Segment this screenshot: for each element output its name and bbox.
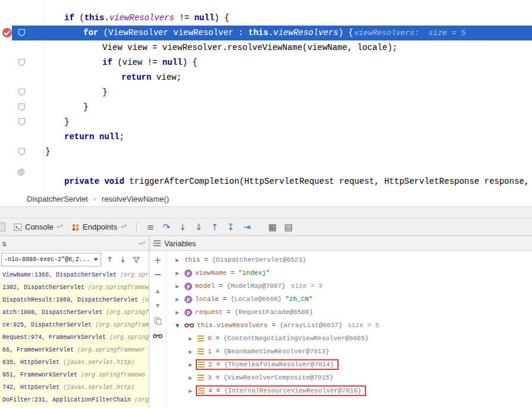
variable-content: pviewName = "indexj" <box>184 269 270 277</box>
step-into-icon[interactable]: ↓ <box>174 219 190 235</box>
tab-console-label: Console <box>25 222 54 231</box>
debug-toolbar: Console →* Endpoints →* ≡↷↓⇓↑↧⇥▦▤ <box>0 218 532 236</box>
stack-frame-row[interactable]: 635, HttpServlet (javax.servlet.http) <box>0 356 149 369</box>
endpoints-icon <box>71 223 80 231</box>
layout-settings-icon[interactable]: ▤ <box>280 219 296 235</box>
stack-frame-row[interactable]: Request:974, FrameworkServlet (org.sprin… <box>0 331 149 344</box>
breakpoint-hit-icon[interactable] <box>2 28 12 37</box>
stack-frames-list: ViewName:1366, DispatcherServlet (org.sp… <box>0 269 149 408</box>
stack-frame-row[interactable]: DispatchResult:1069, DispatcherServlet (… <box>0 294 149 306</box>
breadcrumb-class[interactable]: DispatcherServlet <box>27 194 88 203</box>
variable-row[interactable]: ▶plocale = {Locale@6660}"zh_CN" <box>167 293 532 306</box>
step-over-icon[interactable]: ↷ <box>158 219 174 235</box>
stack-frame-row[interactable]: 66, FrameworkServlet (org.springframewor <box>0 344 149 356</box>
array-element-icon <box>198 335 204 341</box>
stack-frame-row[interactable]: ce:925, DispatcherServlet (org.springfra… <box>0 319 149 331</box>
array-element-icon <box>198 388 205 394</box>
variable-content: 1 = {BeanNameViewResolver@7013} <box>198 348 330 355</box>
expand-arrow-icon[interactable]: ▶ <box>176 297 184 302</box>
code-line <box>0 159 532 174</box>
array-element-row[interactable]: ▶3 = {ViewResolverComposite@7015} <box>167 371 532 384</box>
tab-endpoints-label: Endpoints <box>83 222 117 231</box>
remove-watch-icon[interactable]: − <box>149 269 166 280</box>
expand-arrow-icon[interactable]: ▶ <box>176 310 184 315</box>
stack-frame-row[interactable]: ViewName:1366, DispatcherServlet (org.sp… <box>0 269 149 281</box>
expand-arrow-icon[interactable]: ▶ <box>189 375 198 381</box>
tab-endpoints-suffix: →* <box>119 224 127 230</box>
bookmark-flag-icon[interactable] <box>18 58 26 69</box>
array-element-row[interactable]: ▶2 = {ThymeleafViewResolver@7014} <box>167 358 532 371</box>
expand-arrow-icon[interactable]: ▶ <box>176 271 184 276</box>
console-icon <box>14 223 22 231</box>
editor-toolwindow-splitter[interactable] <box>0 207 532 218</box>
array-element-row[interactable]: ▶0 = {ContentNegotiatingViewResolver@666… <box>167 332 532 345</box>
watch-row[interactable]: ▼this.viewResolvers = {ArrayList@6637}si… <box>167 319 532 332</box>
view-as-table-icon[interactable]: ▦ <box>264 219 280 235</box>
step-out-icon[interactable]: ↑ <box>206 219 223 235</box>
tab-console[interactable]: Console →* <box>10 218 67 236</box>
code-line: private void triggerAfterCompletion(Http… <box>0 174 532 189</box>
variables-tree: ▶this = {DispatcherServlet@6523}▶pviewNa… <box>167 251 532 408</box>
collapse-arrow-icon[interactable]: ▼ <box>176 323 184 328</box>
stack-frame-row[interactable]: 851, FrameworkServlet (org.springframewo <box>0 369 149 381</box>
bookmark-flag-icon[interactable] <box>18 147 26 158</box>
drop-frame-icon[interactable]: ↧ <box>223 219 239 235</box>
force-step-into-icon[interactable]: ⇓ <box>190 219 206 235</box>
bookmark-flag-icon[interactable] <box>18 118 26 128</box>
code-line: } <box>0 85 532 100</box>
bookmark-flag-icon[interactable] <box>18 88 26 99</box>
stack-frame-row[interactable]: 1302, DispatcherServlet (org.springframe… <box>0 281 149 294</box>
expand-arrow-icon[interactable]: ▶ <box>176 258 184 263</box>
thread-selector[interactable]: -nio-8080-exec-2"@6,2... <box>1 253 101 266</box>
add-watch-icon[interactable]: + <box>149 255 166 266</box>
frames-header-arrow-icon: →* <box>137 240 145 247</box>
expand-arrow-icon[interactable]: ▶ <box>189 349 198 354</box>
array-element-row[interactable]: ▶4 = {InternalResourceViewResolver@7016} <box>167 384 532 397</box>
variable-row[interactable]: ▶prequest = {RequestFacade@6580} <box>167 306 532 319</box>
previous-frame-icon[interactable]: ↑ <box>107 255 113 264</box>
array-element-icon <box>198 362 205 368</box>
copy-icon[interactable] <box>149 317 166 325</box>
hide-frames-icon[interactable] <box>133 256 140 263</box>
array-element-row[interactable]: ▶1 = {BeanNameViewResolver@7013} <box>167 345 532 358</box>
variable-row[interactable]: ▶pmodel = {ModelMap@7007}size = 3 <box>167 280 532 293</box>
next-frame-icon[interactable]: ↓ <box>120 255 126 264</box>
variables-panel: +−▲▼ ▶this = {DispatcherServlet@6523}▶pv… <box>149 251 532 408</box>
toolbar-separator <box>136 222 137 232</box>
show-watches-icon[interactable] <box>149 333 166 339</box>
debug-step-icons: ≡↷↓⇓↑↧⇥▦▤ <box>142 219 296 235</box>
stack-frame-row[interactable]: DoFilter:231, ApplicationFilterChain (or… <box>0 394 149 406</box>
layout-menu-icon[interactable]: ≡ <box>142 219 158 235</box>
run-to-cursor-icon[interactable]: ⇥ <box>239 219 255 235</box>
move-down-icon[interactable]: ▼ <box>149 303 166 309</box>
breadcrumb: DispatcherServlet › resolveViewName() <box>0 192 532 207</box>
code-line: } <box>0 115 532 130</box>
bookmark-flag-icon[interactable] <box>18 103 26 114</box>
variable-row[interactable]: ▶this = {DispatcherServlet@6523} <box>167 253 532 266</box>
variable-content: 3 = {ViewResolverComposite@7015} <box>198 374 333 381</box>
parameter-icon: p <box>184 309 192 316</box>
move-up-icon[interactable]: ▲ <box>149 288 166 294</box>
breadcrumb-method[interactable]: resolveViewName() <box>102 194 169 203</box>
parameter-icon: p <box>184 296 192 303</box>
stack-frame-row[interactable]: 742, HttpServlet (javax.servlet.http) <box>0 381 149 394</box>
stack-frame-row[interactable]: atch:1008, DispatcherServlet (org.spring… <box>0 306 149 319</box>
expand-arrow-icon[interactable]: ▶ <box>176 284 184 289</box>
tab-endpoints[interactable]: Endpoints →* <box>67 218 131 236</box>
array-element-icon <box>198 349 204 354</box>
frames-panel: -nio-8080-exec-2"@6,2... ↑↓ ViewName:136… <box>0 251 149 408</box>
expand-arrow-icon[interactable]: ▶ <box>189 336 198 341</box>
chevron-down-icon <box>93 258 98 261</box>
watch-icon <box>184 322 194 328</box>
frames-panel-title: s <box>2 239 7 248</box>
code-line: View view = viewResolver.resolveViewName… <box>0 40 532 55</box>
code-line: if (this.viewResolvers != null) { <box>0 11 532 26</box>
clipped-tab-icon[interactable] <box>0 222 5 231</box>
code-line: for (ViewResolver viewResolver : this.vi… <box>0 26 532 40</box>
variable-row[interactable]: ▶pviewName = "indexj" <box>167 266 532 280</box>
variable-content: prequest = {RequestFacade@6580} <box>184 309 313 316</box>
watches-toolbar: +−▲▼ <box>149 251 167 408</box>
bookmark-flag-icon[interactable] <box>18 29 26 39</box>
check-icon <box>4 29 10 35</box>
code-editor: if (this.viewResolvers != null) {for (Vi… <box>0 0 532 192</box>
